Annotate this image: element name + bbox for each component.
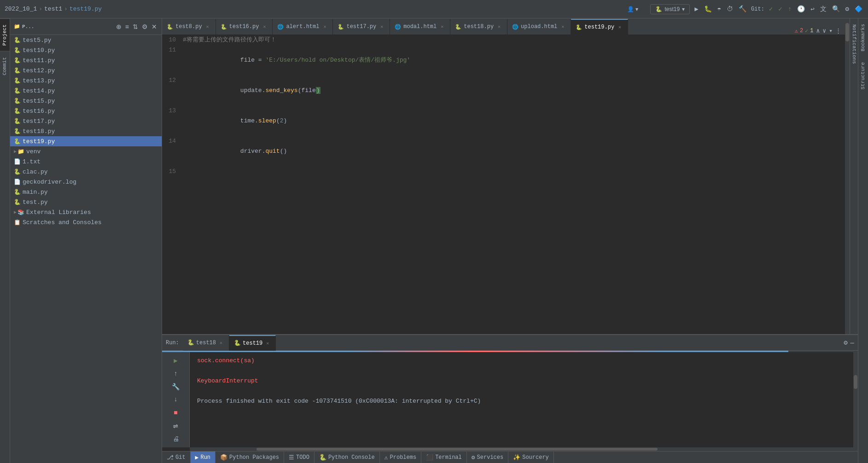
run-tab-close-test19[interactable]: ✕ bbox=[264, 340, 271, 347]
console-vscroll[interactable] bbox=[853, 352, 858, 447]
tab-modal[interactable]: 🌐 modal.html ✕ bbox=[390, 19, 450, 35]
console-play-btn[interactable]: ▶ bbox=[169, 355, 182, 366]
file-tree-folder[interactable]: ▶ 📁 venv bbox=[10, 146, 162, 156]
panel-scope-button[interactable]: ⊕ bbox=[115, 22, 122, 31]
tab-test19[interactable]: 🐍 test19.py ✕ bbox=[571, 19, 628, 35]
breadcrumb-file[interactable]: test19.py bbox=[70, 6, 102, 12]
run-config-dropdown[interactable]: 🐍 test19 ▾ bbox=[650, 4, 690, 14]
status-python-console[interactable]: 🐍 Python Console bbox=[315, 451, 380, 463]
file-tree-item[interactable]: 📄 geckodriver.log bbox=[10, 177, 162, 187]
tab-upload[interactable]: 🌐 upload.html ✕ bbox=[507, 19, 571, 35]
vscroll-thumb[interactable] bbox=[845, 23, 849, 41]
tab-close-test8[interactable]: ✕ bbox=[204, 23, 211, 30]
file-tree-item[interactable]: 🐍 test5.py bbox=[10, 35, 162, 45]
settings-button[interactable]: ⚙ bbox=[845, 4, 850, 14]
file-tree-item[interactable]: 🐍 clac.py bbox=[10, 167, 162, 177]
search-button[interactable]: 🔍 bbox=[831, 4, 841, 14]
nav-down-icon[interactable]: ∨ bbox=[822, 27, 826, 35]
editor-vscroll[interactable] bbox=[845, 18, 850, 334]
nav-up-icon[interactable]: ∧ bbox=[816, 27, 820, 35]
coverage-button[interactable]: ☂ bbox=[717, 4, 722, 14]
code-content[interactable]: time.sleep(2) bbox=[183, 106, 845, 136]
tab-test18[interactable]: 🐍 test18.py ✕ bbox=[450, 19, 507, 35]
tab-close-test16[interactable]: ✕ bbox=[261, 23, 268, 30]
status-sourcery[interactable]: ✨ Sourcery bbox=[508, 451, 554, 463]
panel-collapse-all[interactable]: ≡ bbox=[124, 22, 130, 31]
file-tree-item[interactable]: 🐍 test16.py bbox=[10, 106, 162, 116]
tab-test17[interactable]: 🐍 test17.py ✕ bbox=[333, 19, 390, 35]
breadcrumb-part2[interactable]: test1 bbox=[44, 6, 62, 12]
git-checkmark1[interactable]: ✓ bbox=[768, 4, 774, 14]
git-checkmark2[interactable]: ✓ bbox=[777, 4, 783, 14]
console-stop-btn[interactable]: ■ bbox=[169, 407, 182, 418]
file-tree-item[interactable]: 🐍 test10.py bbox=[10, 45, 162, 55]
console-rerun-btn[interactable]: ⇌ bbox=[169, 420, 182, 431]
console-hscroll[interactable] bbox=[190, 447, 858, 451]
file-tree-item[interactable]: 🐍 main.py bbox=[10, 187, 162, 197]
translate-button[interactable]: 文 bbox=[819, 4, 827, 14]
tab-list-dropdown[interactable]: ▾ bbox=[829, 27, 833, 35]
profile-button[interactable]: 👤 ▾ bbox=[627, 6, 638, 12]
file-tree-item[interactable]: 🐍 test14.py bbox=[10, 86, 162, 96]
status-run[interactable]: ▶ Run bbox=[191, 451, 216, 463]
panel-settings[interactable]: ⚙ bbox=[141, 22, 149, 31]
status-terminal[interactable]: ⬛ Terminal bbox=[421, 451, 467, 463]
debug-button[interactable]: 🐛 bbox=[703, 4, 713, 14]
profile-run-button[interactable]: ⏱ bbox=[726, 5, 734, 14]
status-todo[interactable]: ☰ TODO bbox=[284, 451, 315, 463]
code-content[interactable]: driver.quit() bbox=[183, 136, 845, 167]
status-services[interactable]: ⚙ Services bbox=[467, 451, 508, 463]
status-python-packages[interactable]: 📦 Python Packages bbox=[216, 451, 284, 463]
code-content[interactable]: #将需要上传的文件路径传入即可！ bbox=[183, 35, 845, 45]
file-tree-scratches[interactable]: 📋 Scratches and Consoles bbox=[10, 217, 162, 227]
tab-close-test19[interactable]: ✕ bbox=[617, 24, 623, 30]
panel-expand-all[interactable]: ⇅ bbox=[132, 22, 139, 31]
status-problems[interactable]: ⚠ Problems bbox=[380, 451, 421, 463]
console-down-btn[interactable]: ↓ bbox=[169, 394, 182, 405]
console-output[interactable]: sock.connect(sa) KeyboardInterrupt Proce… bbox=[190, 352, 853, 447]
file-tree-item[interactable]: 🐍 test11.py bbox=[10, 55, 162, 65]
tab-test8[interactable]: 🐍 test8.py ✕ bbox=[162, 19, 216, 35]
tab-close-alert[interactable]: ✕ bbox=[321, 23, 328, 30]
run-close-panel-button[interactable]: — bbox=[851, 339, 854, 347]
tab-alert[interactable]: 🌐 alert.html ✕ bbox=[273, 19, 333, 35]
commit-tab[interactable]: Commit bbox=[0, 51, 10, 81]
code-content[interactable]: file = 'E:/Users/hold on/Desktop/表情/祖师爷.… bbox=[183, 45, 845, 75]
play-button[interactable]: ▶ bbox=[693, 4, 699, 14]
console-up-btn[interactable]: ↑ bbox=[169, 368, 182, 379]
run-settings-button[interactable]: ⚙ bbox=[844, 339, 847, 347]
bookmarks-tab[interactable]: Bookmarks bbox=[858, 18, 868, 57]
tab-close-modal[interactable]: ✕ bbox=[439, 23, 445, 30]
run-tab-close-test18[interactable]: ✕ bbox=[218, 340, 224, 346]
tab-more-options[interactable]: ⋮ bbox=[835, 27, 841, 35]
notifications-tab[interactable]: Notifications bbox=[851, 21, 858, 68]
tab-close-upload[interactable]: ✕ bbox=[559, 23, 566, 30]
file-tree-item[interactable]: 🐍 test17.py bbox=[10, 116, 162, 126]
file-tree-item-selected[interactable]: 🐍 test19.py bbox=[10, 136, 162, 146]
project-tab[interactable]: Project bbox=[0, 18, 10, 51]
console-print-btn[interactable]: 🖨 bbox=[169, 434, 182, 445]
status-git[interactable]: ⎇ Git bbox=[162, 451, 191, 463]
file-tree-item[interactable]: 🐍 test12.py bbox=[10, 65, 162, 75]
file-tree-item[interactable]: 🐍 test15.py bbox=[10, 96, 162, 106]
file-tree-item[interactable]: 📄 1.txt bbox=[10, 156, 162, 167]
run-tab-test19[interactable]: 🐍 test19 ✕ bbox=[229, 335, 276, 351]
structure-tab[interactable]: Structure bbox=[858, 57, 868, 95]
tab-close-test18[interactable]: ✕ bbox=[496, 23, 502, 30]
editor-content[interactable]: 10 #将需要上传的文件路径传入即可！ 11 file = 'E:/Users/… bbox=[162, 35, 845, 334]
build-button[interactable]: 🔨 bbox=[738, 4, 747, 14]
tab-test16[interactable]: 🐍 test16.py ✕ bbox=[216, 19, 273, 35]
tab-close-test17[interactable]: ✕ bbox=[379, 23, 385, 30]
git-history[interactable]: 🕐 bbox=[796, 4, 806, 14]
breadcrumb-part1[interactable]: 2022_10_1 bbox=[5, 6, 37, 12]
code-content[interactable]: update.send_keys(file) bbox=[183, 75, 845, 106]
run-tab-test18[interactable]: 🐍 test18 ✕ bbox=[183, 335, 229, 351]
file-tree-external-libs[interactable]: ▶ 📚 External Libraries bbox=[10, 207, 162, 217]
git-push[interactable]: ↑ bbox=[787, 5, 792, 14]
file-tree-item[interactable]: 🐍 test18.py bbox=[10, 126, 162, 136]
file-tree-item[interactable]: 🐍 test13.py bbox=[10, 75, 162, 86]
undo-button[interactable]: ↩ bbox=[810, 4, 815, 14]
console-wrench-btn[interactable]: 🔧 bbox=[169, 381, 182, 392]
console-hscroll-thumb[interactable] bbox=[256, 448, 658, 451]
file-tree-item[interactable]: 🐍 test.py bbox=[10, 197, 162, 207]
